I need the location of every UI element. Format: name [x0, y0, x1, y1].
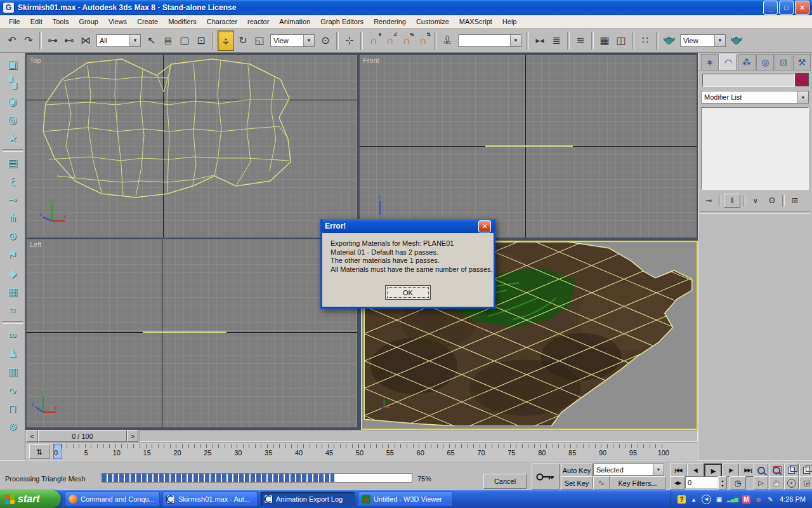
minimize-button[interactable]: _	[763, 1, 778, 15]
close-button[interactable]: ✕	[795, 1, 809, 15]
tab-hierarchy[interactable]: ⁂	[738, 54, 756, 70]
menu-item[interactable]: File	[4, 16, 25, 27]
dropdown-arrow-icon[interactable]: ▼	[714, 35, 725, 46]
menu-item[interactable]: Customize	[411, 16, 454, 27]
menu-item[interactable]: Animation	[274, 16, 315, 27]
spinner-snap-toggle-button[interactable]: ∩ ⇅	[416, 31, 431, 50]
reactor-rigid-body-collection-icon[interactable]: ▣	[3, 56, 22, 73]
reactor-constraint-solver-icon[interactable]: ⚙	[3, 228, 22, 245]
key-filters-button[interactable]: Key Filters...	[610, 476, 665, 490]
dropdown-arrow-icon[interactable]: ▼	[510, 35, 521, 46]
render-preset-dropdown[interactable]: View ▼	[680, 34, 726, 47]
menu-item[interactable]: Modifiers	[163, 16, 202, 27]
spinner-down-icon[interactable]: ▾	[721, 483, 723, 488]
current-frame-field[interactable]: 0	[685, 476, 718, 488]
reference-coordinate-system-dropdown[interactable]: View ▼	[270, 34, 315, 47]
viewport-label[interactable]: Top	[30, 57, 41, 64]
selection-filter-dropdown[interactable]: All ▼	[96, 34, 141, 47]
go-to-start-button[interactable]: |◀◀	[670, 464, 686, 477]
curve-editor-button[interactable]: ▦	[597, 31, 612, 50]
reactor-preview-animation-icon[interactable]: ☸	[3, 418, 22, 436]
menu-item[interactable]: Character	[202, 16, 242, 27]
redo-button[interactable]: ↷	[21, 31, 36, 50]
dropdown-arrow-icon[interactable]: ▼	[653, 464, 664, 475]
menu-item[interactable]: Group	[74, 16, 103, 27]
ok-button[interactable]: OK	[385, 285, 431, 300]
network-tray-icon[interactable]: ▣	[715, 495, 723, 504]
taskbar-button[interactable]: Animation Export Log	[260, 491, 355, 507]
unlink-selection-button[interactable]: ⊷	[62, 31, 77, 50]
previous-frame-button[interactable]: ◀|	[687, 464, 704, 477]
reactor-deforming-mesh-collection-icon[interactable]: ★	[3, 130, 22, 147]
edit-named-selection-sets-button[interactable]: {} ABC	[440, 31, 455, 50]
menu-item[interactable]: Graph Editors	[315, 16, 369, 27]
reactor-ragdoll-icon[interactable]: ♟	[3, 345, 22, 362]
object-color-swatch[interactable]	[795, 73, 809, 86]
snaps-toggle-button[interactable]: ∩ 3	[366, 31, 381, 50]
auto-key-button[interactable]: Auto Key	[561, 464, 593, 477]
viewport-label[interactable]: Front	[363, 57, 379, 64]
window-crossing-toggle-button[interactable]: ⊡	[193, 31, 209, 50]
zoom-all-button[interactable]	[769, 464, 783, 477]
frame-spinner[interactable]: ▴ ▾	[718, 476, 727, 490]
start-button[interactable]: start	[0, 490, 61, 508]
reactor-rope-collection-icon[interactable]: ◎	[3, 111, 22, 128]
reactor-linear-dashpot-icon[interactable]: ⊸	[3, 191, 22, 208]
signal-strength-tray-icon[interactable]: ▂▄▆	[727, 495, 738, 504]
key-scope-dropdown[interactable]: Selected ▼	[593, 464, 664, 476]
taskbar-button[interactable]: Skirmish01.max - Aut...	[162, 491, 258, 507]
menu-item[interactable]: Views	[103, 16, 132, 27]
time-configuration-button[interactable]: ◷	[730, 476, 746, 490]
tab-display[interactable]: ⊡	[775, 54, 792, 70]
taskbar-clock[interactable]: 4:26 PM	[780, 495, 806, 503]
time-slider-next-button[interactable]: >	[127, 430, 138, 442]
time-slider-button[interactable]: 0 / 100	[38, 430, 127, 442]
configure-modifier-sets-button[interactable]: ⊞	[787, 194, 802, 207]
taskbar-button[interactable]: Command and Conqu...	[65, 491, 160, 507]
track-bar[interactable]: ⇅ 05101520253035404550556065707580859095…	[25, 443, 698, 460]
tab-create[interactable]: ∗	[701, 54, 719, 70]
maximize-button[interactable]: □	[779, 1, 794, 15]
select-and-rotate-button[interactable]: ↻	[235, 31, 251, 50]
show-hidden-icons-button[interactable]: ▴	[690, 495, 698, 504]
select-by-name-button[interactable]: ▤	[160, 31, 176, 50]
reactor-wind-icon[interactable]: ⚑	[3, 246, 22, 264]
quick-render-button[interactable]	[729, 31, 744, 50]
layer-manager-button[interactable]: ≋	[573, 31, 588, 50]
time-slider-track[interactable]	[139, 430, 698, 442]
field-of-view-button[interactable]: ▷	[754, 476, 768, 490]
reactor-toolbar-separator[interactable]	[3, 321, 23, 324]
align-button[interactable]: ≣	[549, 31, 564, 50]
default-key-tangent-button[interactable]: ∿	[593, 476, 610, 490]
set-key-mode-button[interactable]	[532, 464, 560, 490]
reactor-fracture-icon[interactable]: ▦	[3, 283, 22, 300]
use-pivot-point-center-button[interactable]: ⊙	[318, 31, 333, 50]
tab-utilities[interactable]: ⚒	[793, 54, 811, 70]
arc-rotate-button[interactable]	[784, 476, 799, 490]
viewport-top[interactable]: Top	[27, 55, 357, 237]
key-mode-toggle-button[interactable]: ◀▶	[670, 476, 685, 490]
make-unique-button[interactable]: ∨	[748, 194, 763, 207]
dropdown-arrow-icon[interactable]: ▼	[303, 35, 314, 46]
blocked-tray-icon[interactable]: ⊘	[754, 495, 763, 504]
menu-item[interactable]: Create	[132, 16, 163, 27]
title-bar[interactable]: G Skirmish01.max - Autodesk 3ds Max 8 - …	[0, 0, 812, 15]
tab-modify[interactable]: ◠	[719, 54, 737, 70]
reactor-water-icon[interactable]: ≈	[3, 302, 22, 319]
messenger-tray-icon[interactable]: M	[742, 495, 750, 504]
reactor-soft-body-collection-icon[interactable]: ◉	[3, 93, 22, 110]
zoom-extents-all-button[interactable]	[799, 464, 812, 477]
menu-item[interactable]: MAXScript	[454, 16, 497, 27]
show-end-result-button[interactable]: ‖	[724, 194, 740, 208]
pin-stack-button[interactable]: ⊸	[701, 194, 716, 207]
undo-button[interactable]: ↶	[4, 31, 20, 50]
menu-item[interactable]: Rendering	[369, 16, 411, 27]
object-name-field[interactable]	[702, 74, 795, 87]
menu-item[interactable]: reactor	[242, 16, 274, 27]
angle-snap-toggle-button[interactable]: ∩ ∠	[383, 31, 398, 50]
time-slider-prev-button[interactable]: <	[27, 430, 38, 442]
open-mini-curve-editor-button[interactable]: ⇅	[29, 444, 49, 459]
reactor-attach-objects-icon[interactable]: ∿	[3, 382, 22, 399]
select-and-link-button[interactable]: ⊶	[45, 31, 60, 50]
dialog-close-button[interactable]: ✕	[478, 220, 491, 232]
